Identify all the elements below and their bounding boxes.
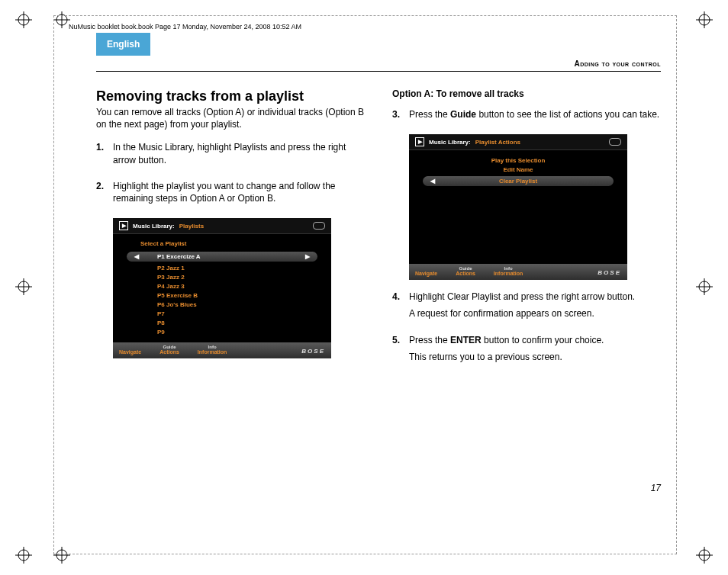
playlist-list: P2 Jazz 1 P3 Jazz 2 P4 Jazz 3 P5 Exercis… [157,265,324,336]
list-item: P8 [157,320,324,326]
step-5: 5. Press the ENTER button to confirm you… [392,334,661,368]
screen-title: Music Library: [133,223,175,230]
page-number: 17 [651,483,661,493]
screen-subtitle: Playlist Actions [475,139,520,146]
indicator-icon [609,138,621,146]
brand-logo: BOSE [301,348,325,355]
brand-logo: BOSE [598,269,621,276]
menu-item: Edit Name [417,166,620,173]
selected-row: ◀ P1 Excercize A ▶ [127,252,317,262]
screenshot-playlists: ▶ Music Library: Playlists Select a Play… [113,218,331,358]
step-number: 2. [96,180,113,209]
indicator-icon [313,222,325,230]
language-tab: English [96,33,150,56]
registration-mark-icon [15,278,32,295]
list-item: P2 Jazz 1 [157,265,324,271]
registration-mark-icon [696,11,713,28]
section-lead: You can remove all tracks (Option A) or … [96,106,365,130]
arrow-right-icon: ▶ [305,253,310,260]
list-item: P6 Jo's Blues [157,301,324,308]
source-header: NuMusic booklet book.book Page 17 Monday… [69,23,301,31]
footer-actions: Guide Actions [159,345,179,355]
step-number: 3. [392,108,409,125]
selected-label: P1 Excercize A [139,253,305,260]
selected-row: ◀ Clear Playlist ▶ [423,176,614,186]
selected-label: Clear Playlist [435,178,601,185]
step-number: 1. [96,141,113,170]
step-text: This returns you to a previous screen. [409,351,604,363]
footer-navigate: Navigate [119,349,141,355]
footer-information: Info Information [494,266,523,276]
step-text: Highlight Clear Playlist and press the r… [409,291,635,303]
step-number: 5. [392,334,409,368]
footer-information: Info Information [198,345,227,355]
registration-mark-icon [696,547,713,564]
list-item: P7 [157,310,324,317]
menu-item: Play this Selection [417,157,620,164]
step-number: 4. [392,291,409,324]
play-icon: ▶ [415,137,424,146]
step-text: Press the Guide button to see the list o… [409,108,659,120]
step-3: 3. Press the Guide button to see the lis… [392,108,661,125]
list-item: P5 Exercise B [157,292,324,299]
step-text: A request for confirmation appears on sc… [409,307,635,320]
list-item: P9 [157,329,324,336]
screen-title: Music Library: [429,139,471,146]
screen-hint: Select a Playlist [140,240,324,247]
play-icon: ▶ [119,221,128,230]
screenshot-playlist-actions: ▶ Music Library: Playlist Actions Play t… [409,134,627,280]
section-title: Removing tracks from a playlist [96,88,365,104]
screen-subtitle: Playlists [179,223,204,230]
step-text: In the Music Library, highlight Playlist… [113,141,365,165]
step-2: 2. Highlight the playlist you want to ch… [96,180,365,209]
list-item: P3 Jazz 2 [157,274,324,281]
step-text: Highlight the playlist you want to chang… [113,180,365,204]
step-1: 1. In the Music Library, highlight Playl… [96,141,365,170]
step-text: Press the ENTER button to confirm your c… [409,334,604,346]
registration-mark-icon [53,11,70,28]
option-a-heading: Option A: To remove all tracks [392,88,661,99]
footer-actions: Guide Actions [456,266,475,276]
registration-mark-icon [696,278,713,295]
registration-mark-icon [53,547,70,564]
registration-mark-icon [15,11,32,28]
registration-mark-icon [15,547,32,564]
running-head: Adding to your control [96,59,661,72]
footer-navigate: Navigate [415,271,437,276]
list-item: P4 Jazz 3 [157,283,324,290]
step-4: 4. Highlight Clear Playlist and press th… [392,291,661,324]
